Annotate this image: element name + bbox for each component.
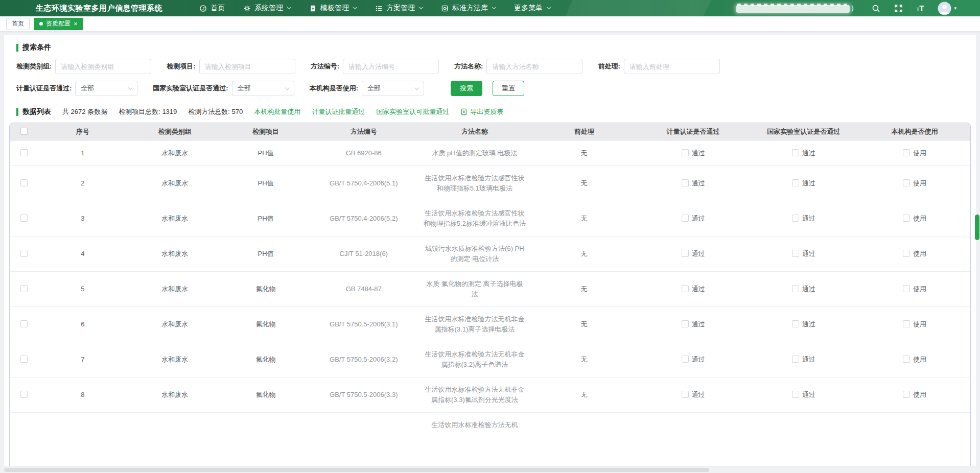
chevron-down-icon: [285, 85, 289, 89]
row-checkbox[interactable]: [20, 391, 28, 398]
cell-category: 水和废水: [127, 236, 223, 271]
vertical-scrollbar-thumb[interactable]: [975, 215, 979, 240]
field-method-code: 方法编号:: [311, 59, 439, 74]
table-row: 8 水和废水 氟化物 GB/T 5750.5-2006(3.3) 生活饮用水标准…: [10, 377, 970, 412]
cell-method-code: GB 7484-87: [309, 271, 419, 306]
item-total-count: 检测项目总数: 1319: [119, 107, 177, 116]
row-checkbox[interactable]: [20, 215, 28, 222]
cell-category: 水和废水: [127, 140, 223, 165]
org-use-select[interactable]: 全部: [362, 81, 424, 96]
close-icon[interactable]: ×: [74, 20, 78, 27]
row-checkbox[interactable]: [20, 149, 28, 156]
national-pass-checkbox[interactable]: [792, 356, 799, 363]
national-pass-checkbox[interactable]: [792, 285, 799, 292]
national-pass-checkbox[interactable]: [792, 179, 799, 186]
cell-test-item: 氟化物: [223, 271, 308, 306]
fullscreen-button[interactable]: [894, 4, 903, 13]
category-group-input[interactable]: [55, 59, 151, 74]
export-icon: [460, 108, 468, 115]
metrology-pass-checkbox[interactable]: [682, 285, 689, 292]
search-submit-button[interactable]: 搜索: [451, 81, 482, 96]
search-section-title: 搜索条件: [16, 43, 971, 52]
org-use-checkbox[interactable]: [903, 356, 910, 363]
menu-more[interactable]: 更多菜单: [514, 4, 550, 13]
horizontal-scrollbar[interactable]: [0, 467, 980, 473]
library-icon: [441, 5, 449, 12]
main-menu: 首页 系统管理 模板管理: [199, 4, 550, 13]
org-use-checkbox[interactable]: [903, 250, 910, 257]
cell-national-pass: 通过: [749, 377, 859, 412]
table-row: 3 水和废水 PH值 GB/T 5750.4-2006(5.2) 生活饮用水标准…: [10, 201, 970, 236]
national-pass-checkbox[interactable]: [792, 215, 799, 222]
reset-button[interactable]: 重置: [493, 81, 524, 96]
select-all-checkbox[interactable]: [20, 128, 28, 135]
org-use-checkbox[interactable]: [903, 285, 910, 292]
batch-metrology-pass-link[interactable]: 计量认证批量通过: [312, 107, 365, 116]
test-item-input[interactable]: [199, 59, 295, 74]
national-pass-checkbox[interactable]: [792, 250, 799, 257]
cell-method-code: GB/T 5750.5-2006(3.1): [309, 306, 419, 342]
row-checkbox[interactable]: [20, 285, 28, 292]
cell-method-code: GB/T 5750.5-2006(3.3): [309, 377, 419, 412]
dashboard-icon: [199, 5, 207, 12]
metrology-pass-checkbox[interactable]: [682, 179, 689, 186]
org-use-checkbox[interactable]: [903, 149, 910, 156]
national-pass-checkbox[interactable]: [792, 391, 799, 398]
tab-qualification-config[interactable]: 资质配置 ×: [34, 18, 83, 30]
menu-plan[interactable]: 方案管理: [375, 4, 423, 13]
cell-index: 4: [38, 236, 127, 271]
org-use-checkbox[interactable]: [903, 320, 910, 327]
menu-standard-library[interactable]: 标准方法库: [441, 4, 496, 13]
cell-index: 3: [38, 201, 127, 236]
horizontal-scrollbar-thumb[interactable]: [4, 468, 709, 472]
cell-method-name: 生活饮用水标准检验方法无机非金属指标(3.2)离子色谱法: [419, 342, 530, 377]
row-checkbox[interactable]: [20, 320, 28, 327]
metrology-pass-checkbox[interactable]: [682, 149, 689, 156]
method-code-input[interactable]: [343, 59, 439, 74]
cell-method-code: GB/T 5750.5-2006(3.2): [309, 342, 419, 377]
row-checkbox[interactable]: [20, 179, 28, 186]
user-menu[interactable]: ▾: [938, 2, 956, 15]
cell-category: 水和废水: [127, 377, 223, 412]
metrology-pass-checkbox[interactable]: [682, 356, 689, 363]
metrology-pass-checkbox[interactable]: [682, 391, 689, 398]
metrology-pass-checkbox[interactable]: [682, 320, 689, 327]
cell-pretreatment: 无: [530, 140, 638, 165]
font-size-button[interactable]: TT: [917, 4, 924, 12]
org-use-checkbox[interactable]: [903, 391, 910, 398]
row-checkbox[interactable]: [20, 356, 28, 363]
batch-use-link[interactable]: 本机构批量使用: [254, 107, 300, 116]
section-accent-bar: [16, 44, 18, 52]
metrology-pass-select[interactable]: 全部: [75, 81, 137, 96]
metrology-pass-checkbox[interactable]: [682, 215, 689, 222]
org-use-checkbox[interactable]: [903, 179, 910, 186]
search-button[interactable]: [872, 4, 880, 13]
export-qualification-link[interactable]: 导出资质表: [460, 107, 503, 116]
data-list-bar: 数据列表 共 2672 条数据 检测项目总数: 1319 检测方法总数: 570…: [16, 107, 971, 116]
national-pass-checkbox[interactable]: [792, 320, 799, 327]
cell-method-code: GB 6920-86: [309, 140, 419, 165]
tab-bar: 首页 资质配置 ×: [0, 16, 980, 32]
batch-national-pass-link[interactable]: 国家实验室认可批量通过: [376, 107, 449, 116]
national-pass-checkbox[interactable]: [792, 149, 799, 156]
tab-home[interactable]: 首页: [6, 18, 30, 30]
org-use-checkbox[interactable]: [903, 215, 910, 222]
cell-metrology-pass: 通过: [638, 306, 748, 342]
method-name-input[interactable]: [486, 59, 582, 74]
pretreatment-input[interactable]: [624, 59, 720, 74]
row-checkbox[interactable]: [20, 250, 28, 257]
menu-system[interactable]: 系统管理: [243, 4, 291, 13]
top-navbar: 生态环境实验室多用户信息管理系统 首页 系统管理 模板管理: [0, 0, 980, 16]
metrology-pass-checkbox[interactable]: [682, 250, 689, 257]
list-icon: [375, 5, 383, 12]
menu-home[interactable]: 首页: [199, 4, 225, 13]
menu-template[interactable]: 模板管理: [309, 4, 357, 13]
chevron-down-icon: [419, 5, 423, 9]
cell-method-name: 生活饮用水标准检验方法感官性状和物理指标5.1玻璃电极法: [419, 165, 530, 201]
cell-method-name: 生活饮用水标准检验方法无机非金属指标(3.1)离子选择电极法: [419, 306, 530, 342]
national-lab-pass-select[interactable]: 全部: [232, 81, 294, 96]
cell-national-pass: 通过: [749, 140, 859, 165]
cell-org-use: 使用: [859, 342, 970, 377]
cell-method-code: CJ/T 51-2018(6): [309, 236, 419, 271]
cell-method-name: 城镇污水水质标准检验方法(6) PH的测定 电位计法: [419, 236, 530, 271]
